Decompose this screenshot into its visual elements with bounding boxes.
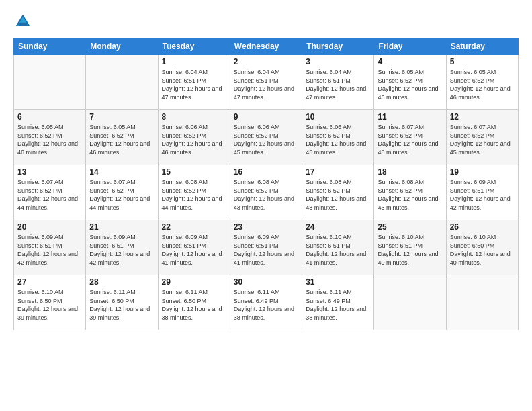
header (13, 12, 519, 31)
day-number: 14 (89, 167, 154, 177)
calendar-cell: 27Sunrise: 6:10 AMSunset: 6:50 PMDayligh… (14, 275, 86, 330)
day-info: Sunrise: 6:07 AMSunset: 6:52 PMDaylight:… (17, 178, 82, 212)
calendar-cell (86, 55, 158, 110)
day-number: 23 (234, 222, 298, 232)
calendar-cell: 2Sunrise: 6:04 AMSunset: 6:51 PMDaylight… (230, 55, 302, 110)
day-number: 7 (89, 112, 154, 122)
calendar-cell: 7Sunrise: 6:05 AMSunset: 6:52 PMDaylight… (86, 110, 158, 165)
day-number: 10 (306, 112, 370, 122)
weekday-header-wednesday: Wednesday (230, 38, 302, 55)
calendar-cell: 16Sunrise: 6:08 AMSunset: 6:52 PMDayligh… (230, 165, 302, 220)
calendar-cell: 17Sunrise: 6:08 AMSunset: 6:52 PMDayligh… (302, 165, 374, 220)
day-info: Sunrise: 6:10 AMSunset: 6:50 PMDaylight:… (450, 233, 515, 267)
day-number: 6 (17, 112, 82, 122)
day-number: 17 (306, 167, 370, 177)
logo (13, 12, 34, 31)
day-info: Sunrise: 6:04 AMSunset: 6:51 PMDaylight:… (162, 68, 226, 101)
calendar-cell (446, 275, 518, 330)
day-number: 15 (162, 167, 226, 177)
day-number: 27 (17, 277, 82, 287)
calendar-cell: 29Sunrise: 6:11 AMSunset: 6:50 PMDayligh… (158, 275, 230, 330)
day-info: Sunrise: 6:10 AMSunset: 6:51 PMDaylight:… (378, 233, 442, 267)
calendar-header-row: SundayMondayTuesdayWednesdayThursdayFrid… (14, 38, 519, 55)
day-info: Sunrise: 6:04 AMSunset: 6:51 PMDaylight:… (234, 68, 298, 101)
day-info: Sunrise: 6:05 AMSunset: 6:52 PMDaylight:… (450, 68, 515, 101)
calendar-week-row: 1Sunrise: 6:04 AMSunset: 6:51 PMDaylight… (14, 55, 519, 110)
day-number: 18 (378, 167, 442, 177)
calendar-week-row: 6Sunrise: 6:05 AMSunset: 6:52 PMDaylight… (14, 110, 519, 165)
day-number: 25 (378, 222, 442, 232)
weekday-header-monday: Monday (86, 38, 158, 55)
calendar-cell: 1Sunrise: 6:04 AMSunset: 6:51 PMDaylight… (158, 55, 230, 110)
day-info: Sunrise: 6:11 AMSunset: 6:49 PMDaylight:… (234, 288, 298, 322)
calendar-cell: 14Sunrise: 6:07 AMSunset: 6:52 PMDayligh… (86, 165, 158, 220)
day-info: Sunrise: 6:05 AMSunset: 6:52 PMDaylight:… (17, 123, 82, 156)
calendar-cell: 28Sunrise: 6:11 AMSunset: 6:50 PMDayligh… (86, 275, 158, 330)
day-info: Sunrise: 6:07 AMSunset: 6:52 PMDaylight:… (450, 123, 515, 156)
day-number: 3 (306, 57, 370, 66)
day-info: Sunrise: 6:05 AMSunset: 6:52 PMDaylight:… (89, 123, 154, 156)
calendar-cell: 25Sunrise: 6:10 AMSunset: 6:51 PMDayligh… (374, 220, 446, 275)
calendar-cell: 10Sunrise: 6:06 AMSunset: 6:52 PMDayligh… (302, 110, 374, 165)
day-info: Sunrise: 6:09 AMSunset: 6:51 PMDaylight:… (234, 233, 298, 267)
day-info: Sunrise: 6:08 AMSunset: 6:52 PMDaylight:… (234, 178, 298, 212)
day-info: Sunrise: 6:11 AMSunset: 6:50 PMDaylight:… (162, 288, 226, 322)
calendar-cell: 22Sunrise: 6:09 AMSunset: 6:51 PMDayligh… (158, 220, 230, 275)
weekday-header-tuesday: Tuesday (158, 38, 230, 55)
calendar-cell: 9Sunrise: 6:06 AMSunset: 6:52 PMDaylight… (230, 110, 302, 165)
day-number: 11 (378, 112, 442, 122)
calendar-cell: 15Sunrise: 6:08 AMSunset: 6:52 PMDayligh… (158, 165, 230, 220)
day-info: Sunrise: 6:06 AMSunset: 6:52 PMDaylight:… (162, 123, 226, 156)
day-info: Sunrise: 6:07 AMSunset: 6:52 PMDaylight:… (378, 123, 442, 156)
calendar-cell: 18Sunrise: 6:08 AMSunset: 6:52 PMDayligh… (374, 165, 446, 220)
day-info: Sunrise: 6:07 AMSunset: 6:52 PMDaylight:… (89, 178, 154, 212)
weekday-header-sunday: Sunday (14, 38, 86, 55)
weekday-header-thursday: Thursday (302, 38, 374, 55)
day-info: Sunrise: 6:10 AMSunset: 6:51 PMDaylight:… (306, 233, 370, 267)
day-info: Sunrise: 6:09 AMSunset: 6:51 PMDaylight:… (17, 233, 82, 267)
day-number: 1 (162, 57, 226, 66)
day-number: 13 (17, 167, 82, 177)
day-number: 29 (162, 277, 226, 287)
calendar-cell: 19Sunrise: 6:09 AMSunset: 6:51 PMDayligh… (446, 165, 518, 220)
day-info: Sunrise: 6:08 AMSunset: 6:52 PMDaylight:… (162, 178, 226, 212)
day-number: 2 (234, 57, 298, 66)
day-number: 28 (89, 277, 154, 287)
calendar-cell: 24Sunrise: 6:10 AMSunset: 6:51 PMDayligh… (302, 220, 374, 275)
logo-icon (13, 12, 32, 31)
day-info: Sunrise: 6:08 AMSunset: 6:52 PMDaylight:… (378, 178, 442, 212)
calendar-cell: 30Sunrise: 6:11 AMSunset: 6:49 PMDayligh… (230, 275, 302, 330)
day-number: 31 (306, 277, 370, 287)
calendar-week-row: 20Sunrise: 6:09 AMSunset: 6:51 PMDayligh… (14, 220, 519, 275)
calendar-cell: 21Sunrise: 6:09 AMSunset: 6:51 PMDayligh… (86, 220, 158, 275)
day-number: 8 (162, 112, 226, 122)
calendar-cell: 26Sunrise: 6:10 AMSunset: 6:50 PMDayligh… (446, 220, 518, 275)
day-info: Sunrise: 6:08 AMSunset: 6:52 PMDaylight:… (306, 178, 370, 212)
calendar-cell (374, 275, 446, 330)
day-info: Sunrise: 6:04 AMSunset: 6:51 PMDaylight:… (306, 68, 370, 101)
day-info: Sunrise: 6:06 AMSunset: 6:52 PMDaylight:… (306, 123, 370, 156)
day-number: 16 (234, 167, 298, 177)
calendar-cell: 23Sunrise: 6:09 AMSunset: 6:51 PMDayligh… (230, 220, 302, 275)
day-number: 22 (162, 222, 226, 232)
day-info: Sunrise: 6:11 AMSunset: 6:49 PMDaylight:… (306, 288, 370, 322)
calendar-cell: 3Sunrise: 6:04 AMSunset: 6:51 PMDaylight… (302, 55, 374, 110)
calendar-cell: 8Sunrise: 6:06 AMSunset: 6:52 PMDaylight… (158, 110, 230, 165)
calendar-table: SundayMondayTuesdayWednesdayThursdayFrid… (13, 38, 519, 330)
page: SundayMondayTuesdayWednesdayThursdayFrid… (0, 0, 532, 411)
day-info: Sunrise: 6:05 AMSunset: 6:52 PMDaylight:… (378, 68, 442, 101)
day-number: 9 (234, 112, 298, 122)
calendar-cell: 5Sunrise: 6:05 AMSunset: 6:52 PMDaylight… (446, 55, 518, 110)
day-number: 19 (450, 167, 515, 177)
day-info: Sunrise: 6:10 AMSunset: 6:50 PMDaylight:… (17, 288, 82, 322)
day-number: 26 (450, 222, 515, 232)
calendar-cell: 6Sunrise: 6:05 AMSunset: 6:52 PMDaylight… (14, 110, 86, 165)
calendar-week-row: 27Sunrise: 6:10 AMSunset: 6:50 PMDayligh… (14, 275, 519, 330)
day-info: Sunrise: 6:09 AMSunset: 6:51 PMDaylight:… (89, 233, 154, 267)
day-number: 12 (450, 112, 515, 122)
svg-rect-2 (18, 23, 27, 26)
day-number: 20 (17, 222, 82, 232)
calendar-cell: 4Sunrise: 6:05 AMSunset: 6:52 PMDaylight… (374, 55, 446, 110)
calendar-cell (14, 55, 86, 110)
calendar-cell: 11Sunrise: 6:07 AMSunset: 6:52 PMDayligh… (374, 110, 446, 165)
